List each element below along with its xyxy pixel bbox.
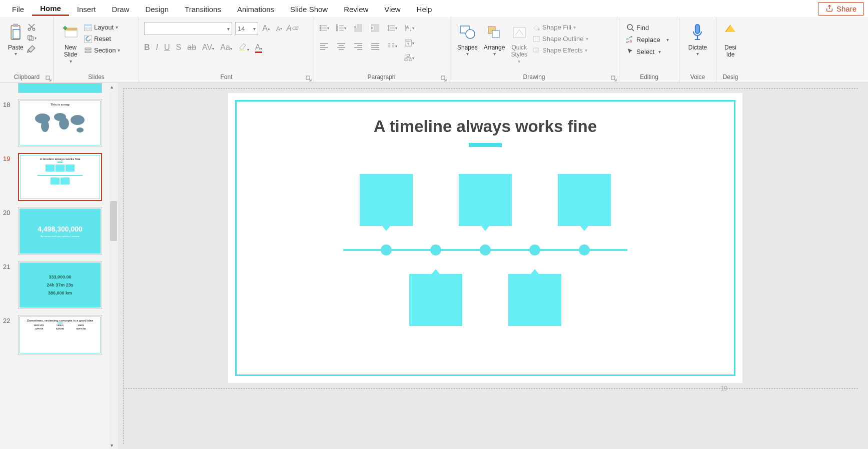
slide-thumbnail-20[interactable]: 4,498,300,000 Big numbers catch your aud…	[18, 207, 102, 255]
copy-button[interactable]: ▾	[27, 33, 37, 43]
tab-transitions[interactable]: Transitions	[177, 2, 229, 16]
group-slides: New Slide ▾ Layout▾ Reset Section▾ Slide…	[54, 17, 139, 82]
reset-button[interactable]: Reset	[82, 34, 122, 44]
align-left-button[interactable]	[319, 41, 329, 51]
drawing-dialog-launcher[interactable]	[611, 74, 617, 80]
align-right-button[interactable]	[353, 41, 363, 51]
shape-fill-button[interactable]: Shape Fill▾	[530, 22, 590, 32]
tab-review[interactable]: Review	[336, 2, 376, 16]
slide-thumbnail-18[interactable]: This is a map	[18, 99, 102, 147]
scrollbar-thumb[interactable]	[110, 201, 117, 241]
thumb-stat: 333,000.00	[49, 274, 71, 280]
strikethrough-button[interactable]: ab	[187, 43, 196, 52]
timeline-box[interactable]	[508, 274, 561, 326]
timeline-dot[interactable]	[529, 244, 540, 256]
text-direction-button[interactable]: I͎A▾	[404, 23, 414, 33]
underline-button[interactable]: U	[164, 43, 170, 52]
layout-button[interactable]: Layout▾	[82, 22, 122, 32]
columns-button[interactable]: ▾	[387, 41, 397, 51]
shape-effects-button[interactable]: Shape Effects▾	[530, 45, 590, 56]
tab-home[interactable]: Home	[32, 1, 69, 16]
svg-point-93	[77, 128, 84, 132]
shape-outline-button[interactable]: Shape Outline▾	[530, 34, 590, 44]
quick-styles-label: Quick Styles	[511, 44, 527, 58]
dictate-button[interactable]: Dictate▾	[685, 20, 710, 58]
svg-rect-68	[407, 54, 409, 56]
font-dialog-launcher[interactable]	[306, 74, 312, 80]
bullets-button[interactable]: ▾	[319, 23, 329, 33]
tab-animations[interactable]: Animations	[229, 2, 282, 16]
slide-thumbnail-17[interactable]	[18, 83, 102, 93]
clipboard-dialog-launcher[interactable]	[46, 74, 52, 80]
highlight-button[interactable]: ▾	[238, 42, 249, 53]
replace-button[interactable]: abReplace▾	[624, 34, 671, 45]
timeline-box[interactable]	[409, 274, 462, 326]
select-button[interactable]: Select▾	[624, 46, 671, 57]
timeline-box[interactable]	[459, 174, 512, 226]
slide-canvas-area[interactable]: A timeline always works fine 19	[118, 83, 868, 449]
slide-thumbnail-19[interactable]: A timeline always works fine	[18, 153, 102, 201]
smartart-button[interactable]: ▾	[404, 53, 414, 63]
arrange-button[interactable]: Arrange▾	[481, 20, 508, 58]
tab-file[interactable]: File	[4, 2, 32, 16]
slide-title[interactable]: A timeline always works fine	[228, 117, 742, 136]
cut-button[interactable]	[27, 22, 37, 32]
scroll-up-icon[interactable]: ▴	[111, 84, 113, 90]
format-painter-button[interactable]	[27, 44, 37, 54]
char-spacing-button[interactable]: AV▾	[202, 43, 214, 52]
svg-text:a: a	[626, 36, 629, 41]
scroll-down-icon[interactable]: ▾	[111, 442, 113, 448]
tab-view[interactable]: View	[376, 2, 408, 16]
tab-insert[interactable]: Insert	[69, 2, 104, 16]
numbering-button[interactable]: 123▾	[336, 23, 346, 33]
paste-button[interactable]: Paste ▾	[5, 20, 27, 58]
align-center-button[interactable]	[336, 41, 346, 51]
increase-font-button[interactable]: A▴	[261, 24, 271, 34]
share-button[interactable]: Share	[818, 2, 864, 16]
section-button[interactable]: Section▾	[82, 45, 122, 56]
group-font: ▾ 14▾ A▴ A▾ A⌫ B I U S ab AV▾ Aa▾ ▾ A▾ F…	[139, 17, 314, 82]
font-size-combo[interactable]: 14▾	[235, 22, 258, 35]
tab-help[interactable]: Help	[409, 2, 440, 16]
timeline-box[interactable]	[558, 174, 611, 226]
font-color-button[interactable]: A▾	[255, 43, 263, 52]
font-family-combo[interactable]: ▾	[144, 22, 232, 35]
italic-button[interactable]: I	[156, 43, 158, 52]
decrease-font-button[interactable]: A▾	[274, 24, 284, 34]
tab-slideshow[interactable]: Slide Show	[282, 2, 336, 16]
align-text-button[interactable]: ▾	[404, 38, 414, 48]
design-ideas-button[interactable]: Desi Ide	[720, 20, 740, 60]
bold-button[interactable]: B	[144, 43, 150, 52]
find-button[interactable]: Find	[624, 22, 671, 33]
justify-button[interactable]	[370, 41, 380, 51]
reset-label: Reset	[94, 35, 111, 42]
thumb-stat: 24h 37m 23s	[47, 282, 74, 288]
group-label-drawing: Drawing	[454, 72, 614, 82]
slide-editor[interactable]: A timeline always works fine 19	[228, 93, 742, 383]
design-ideas-label: Desi Ide	[724, 44, 736, 58]
group-label-paragraph: Paragraph	[319, 72, 444, 82]
tab-design[interactable]: Design	[137, 2, 177, 16]
tab-draw[interactable]: Draw	[104, 2, 137, 16]
decrease-indent-button[interactable]	[353, 23, 363, 33]
timeline-dot[interactable]	[579, 244, 590, 256]
paragraph-dialog-launcher[interactable]	[441, 74, 447, 80]
thumbnail-scrollbar[interactable]: ▴ ▾	[109, 83, 118, 449]
increase-indent-button[interactable]	[370, 23, 380, 33]
slide-thumbnail-21[interactable]: 333,000.00 24h 37m 23s 386,000 km	[18, 261, 102, 309]
timeline-dot[interactable]	[480, 244, 491, 256]
thumb-sub: Big numbers catch your audience's attent…	[41, 235, 80, 238]
timeline-dot[interactable]	[381, 244, 392, 256]
group-voice: Dictate▾ Voice	[679, 17, 716, 82]
thumb-number: 20	[3, 207, 18, 216]
shapes-button[interactable]: Shapes▾	[454, 20, 481, 58]
new-slide-button[interactable]: New Slide ▾	[59, 20, 82, 66]
timeline-box[interactable]	[360, 174, 413, 226]
clear-formatting-button[interactable]: A⌫	[287, 24, 297, 34]
line-spacing-button[interactable]: ▾	[387, 23, 397, 33]
timeline-dot[interactable]	[430, 244, 441, 256]
quick-styles-button[interactable]: Quick Styles▾	[508, 20, 530, 66]
shadow-button[interactable]: S	[176, 43, 182, 52]
change-case-button[interactable]: Aa▾	[220, 43, 232, 52]
slide-thumbnail-22[interactable]: Sometimes, reviewing concepts is a good …	[18, 315, 102, 355]
